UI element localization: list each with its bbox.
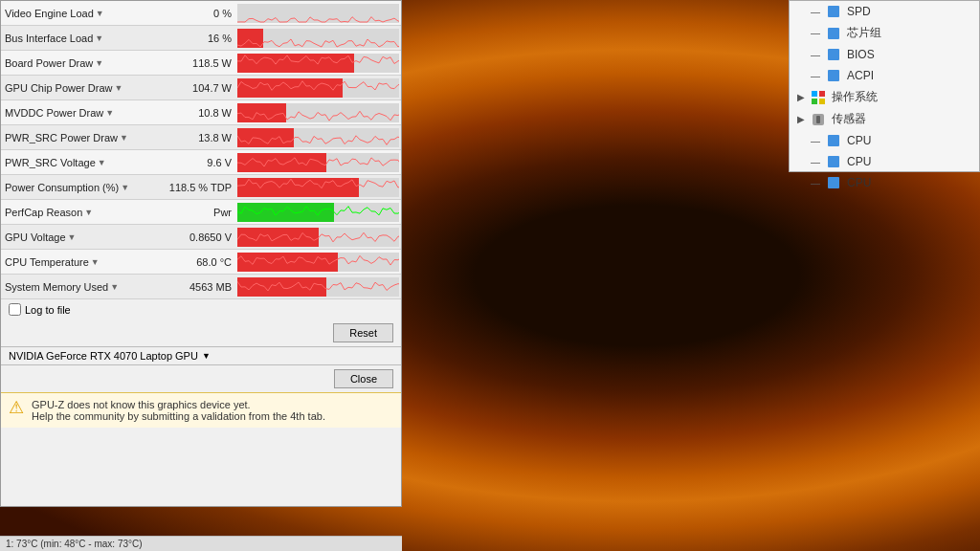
sensor-name[interactable]: System Memory Used ▼ <box>1 281 164 293</box>
device-tree-item[interactable]: —CPU <box>790 151 979 172</box>
sensor-value: 68.0 °C <box>164 256 235 268</box>
device-tree-item[interactable]: —CPU <box>790 172 979 193</box>
sensor-bar-container <box>235 100 401 124</box>
device-icon <box>826 47 841 62</box>
sensor-bar-bg <box>237 178 399 197</box>
device-tree-item[interactable]: ▶操作系统 <box>790 86 979 108</box>
device-tree-item[interactable]: —CPU <box>790 130 979 151</box>
dropdown-arrow-icon: ▼ <box>105 108 114 118</box>
sensor-bar-container <box>235 76 401 99</box>
tree-expand-icon: ▶ <box>797 92 805 102</box>
sensor-bar-container <box>235 150 401 174</box>
log-footer: Log to file <box>1 299 401 320</box>
device-label: CPU <box>847 134 871 147</box>
sensor-bar-bg <box>237 153 399 172</box>
sensor-bar-bg <box>237 253 399 272</box>
log-to-file-label[interactable]: Log to file <box>9 303 71 316</box>
sensor-name[interactable]: GPU Voltage ▼ <box>1 231 164 243</box>
sensor-bar-fill <box>237 103 286 122</box>
warning-icon: ⚠ <box>9 399 24 422</box>
sensor-value: 4563 MB <box>164 281 235 293</box>
device-label: 传感器 <box>832 111 866 127</box>
log-to-file-text: Log to file <box>25 304 71 316</box>
sensor-value: 16 % <box>164 33 235 44</box>
device-label: 芯片组 <box>847 25 881 41</box>
sensor-row: PerfCap Reason ▼Pwr <box>1 200 401 225</box>
svg-rect-4 <box>812 91 817 97</box>
sensor-bar-container <box>235 51 401 75</box>
sensor-value: 13.8 W <box>164 132 235 143</box>
sensor-name[interactable]: PWR_SRC Voltage ▼ <box>1 157 164 168</box>
svg-rect-9 <box>816 116 820 123</box>
sensor-name[interactable]: Video Engine Load ▼ <box>1 8 164 19</box>
sensor-row: GPU Chip Power Draw ▼104.7 W <box>1 76 401 100</box>
sensor-bar-fill <box>237 54 354 73</box>
svg-rect-11 <box>828 156 839 167</box>
svg-rect-12 <box>828 177 839 188</box>
device-icon <box>826 68 841 83</box>
sensor-row: Board Power Draw ▼118.5 W <box>1 51 401 76</box>
device-icon <box>826 4 841 19</box>
sensor-bar-fill <box>237 128 294 147</box>
svg-rect-1 <box>828 28 839 39</box>
sensor-bar-bg <box>237 228 399 247</box>
sensor-value: 118.5 % TDP <box>164 182 235 193</box>
sensor-bar-fill <box>237 253 338 272</box>
sensor-value: 104.7 W <box>164 82 235 94</box>
sensor-bar-container <box>235 200 401 224</box>
tree-expand-icon: — <box>811 28 820 38</box>
close-button[interactable]: Close <box>334 369 393 388</box>
device-tree-item[interactable]: —ACPI <box>790 65 979 86</box>
dropdown-arrow-icon: ▼ <box>68 232 77 242</box>
device-icon <box>811 90 826 105</box>
tree-expand-icon: — <box>811 71 820 81</box>
tree-expand-icon: — <box>811 157 820 167</box>
status-text: 1: 73°C (min: 48°C - max: 73°C) <box>6 539 143 549</box>
tree-expand-icon: — <box>811 50 820 60</box>
svg-rect-7 <box>819 99 825 104</box>
sensor-row: PWR_SRC Power Draw ▼13.8 W <box>1 125 401 150</box>
sensor-name[interactable]: PWR_SRC Power Draw ▼ <box>1 132 164 143</box>
device-tree-item[interactable]: ▶传感器 <box>790 108 979 130</box>
sensor-name[interactable]: CPU Temperature ▼ <box>1 256 164 268</box>
dropdown-arrow-icon: ▼ <box>114 83 122 93</box>
sensor-bar-fill <box>237 203 334 222</box>
sensor-name[interactable]: GPU Chip Power Draw ▼ <box>1 82 164 94</box>
sensor-name[interactable]: MVDDC Power Draw ▼ <box>1 107 164 119</box>
dropdown-arrow-icon: ▼ <box>120 133 128 143</box>
sensor-value: 0 % <box>164 8 235 19</box>
device-tree-item[interactable]: —芯片组 <box>790 22 979 44</box>
sensor-name[interactable]: Power Consumption (%) ▼ <box>1 182 164 193</box>
sensor-name[interactable]: Bus Interface Load ▼ <box>1 33 164 44</box>
sensor-bar-container <box>235 250 401 274</box>
sensor-list: Video Engine Load ▼0 %Bus Interface Load… <box>1 1 401 299</box>
sensor-row: GPU Voltage ▼0.8650 V <box>1 225 401 250</box>
sensor-row: PWR_SRC Voltage ▼9.6 V <box>1 150 401 175</box>
sensor-bar-bg <box>237 54 399 73</box>
device-tree: —SPD—芯片组—BIOS—ACPI▶操作系统▶传感器—CPU—CPU—CPU <box>790 1 979 193</box>
warning-bar: ⚠ GPU-Z does not know this graphics devi… <box>1 392 401 428</box>
sensor-bar-container <box>235 125 401 149</box>
log-to-file-checkbox[interactable] <box>9 303 21 316</box>
device-icon <box>811 112 826 127</box>
sensor-bar-fill <box>237 277 326 297</box>
device-icon <box>826 26 841 41</box>
device-tree-item[interactable]: —SPD <box>790 1 979 22</box>
sensor-name[interactable]: PerfCap Reason ▼ <box>1 207 164 218</box>
device-name: NVIDIA GeForce RTX 4070 Laptop GPU <box>9 350 198 362</box>
dropdown-arrow-icon: ▼ <box>110 282 119 292</box>
sensor-bar-container <box>235 1 401 25</box>
device-tree-item[interactable]: —BIOS <box>790 44 979 65</box>
tree-expand-icon: ▶ <box>797 114 805 124</box>
dropdown-arrow-icon: ▼ <box>91 257 100 267</box>
sensor-bar-container <box>235 26 401 50</box>
sensor-bar-container <box>235 175 401 199</box>
reset-button[interactable]: Reset <box>333 323 393 342</box>
svg-rect-2 <box>828 49 839 60</box>
svg-rect-3 <box>828 70 839 81</box>
sensor-bar-fill <box>237 228 319 247</box>
status-bar: 1: 73°C (min: 48°C - max: 73°C) <box>0 536 402 551</box>
svg-rect-5 <box>819 91 825 97</box>
sensor-name[interactable]: Board Power Draw ▼ <box>1 57 164 69</box>
sensor-row: Video Engine Load ▼0 % <box>1 1 401 26</box>
